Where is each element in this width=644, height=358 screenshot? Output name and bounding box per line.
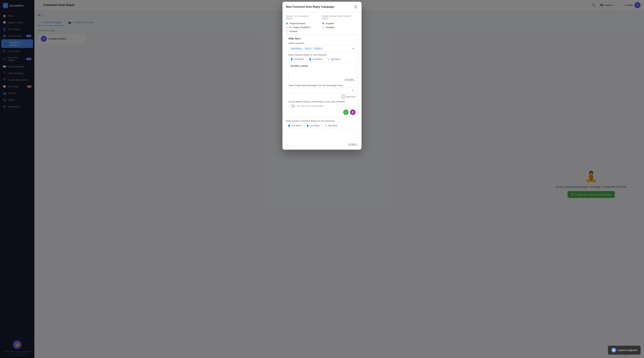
generic-first-name-icon: 👤 bbox=[288, 124, 290, 127]
toggle-knob bbox=[289, 105, 292, 107]
radio-ai-reply-label: A.I. Reply (ChatGPT) bbox=[290, 26, 311, 29]
tag-berminat-remove[interactable]: × bbox=[300, 47, 302, 50]
generic-last-name-btn[interactable]: 👤 Last Name bbox=[304, 124, 322, 128]
radio-generic[interactable]: Generic bbox=[286, 30, 315, 33]
modal-header: New Comment Auto Reply Campaign ✕ bbox=[282, 2, 362, 12]
first-name-btn[interactable]: 👤 First Name bbox=[288, 57, 306, 61]
tag-name-btn[interactable]: 🏷️ Tag Name bbox=[326, 57, 342, 61]
radio-disabled[interactable]: Disabled bbox=[322, 26, 358, 29]
generic-label: Enter Generic Comment Reply For All Comm… bbox=[286, 120, 358, 122]
modal-title: New Comment Auto Reply Campaign bbox=[286, 5, 334, 8]
generic-tag-name-btn[interactable]: 🏷️ Tag Name bbox=[323, 124, 339, 128]
generic-tag-name-icon: 🏷️ bbox=[325, 124, 327, 127]
tag-nak: Nak × bbox=[304, 47, 312, 50]
toast-notification: 📋 Copied to clipboard bbox=[608, 346, 640, 355]
add-flow-button[interactable]: ＋ Add Flow bbox=[288, 95, 356, 99]
tag-input-field[interactable] bbox=[324, 47, 352, 50]
generic-comment-section: Enter Generic Comment Reply For All Comm… bbox=[286, 120, 358, 147]
second-level-label: Enable Second Level Comment Reply? bbox=[322, 15, 358, 20]
radio-enabled[interactable]: Enabled bbox=[322, 22, 358, 25]
filter-set-1: Filter Set 1 Define Keywords: Berminat ×… bbox=[286, 35, 358, 118]
name-buttons: 👤 First Name 👤 Last Name 🏷️ Tag Name bbox=[288, 57, 356, 61]
radio-enabled-input[interactable] bbox=[322, 22, 324, 24]
second-level-col: Enable Second Level Comment Reply? Enabl… bbox=[322, 15, 358, 33]
modal-body: Generic, A.I. or Keyword Reply? Keyword-… bbox=[282, 12, 362, 150]
tag-harga-remove[interactable]: × bbox=[321, 47, 322, 50]
filter-set-actions: ＋ 🗑 bbox=[288, 110, 356, 115]
modal-overlay[interactable]: New Comment Auto Reply Campaign ✕ Generi… bbox=[0, 0, 644, 358]
tag-berminat: Berminat × bbox=[290, 47, 303, 50]
photo-video-toggle-container: No, Don't Use a Photo/Video bbox=[288, 104, 356, 108]
last-name-icon: 👤 bbox=[309, 58, 312, 60]
new-comment-auto-reply-modal: New Comment Auto Reply Campaign ✕ Generi… bbox=[282, 2, 362, 150]
radio-disabled-input[interactable] bbox=[322, 26, 324, 28]
toast-icon: 📋 bbox=[611, 348, 616, 353]
radio-keyword-based-input[interactable] bbox=[286, 22, 288, 24]
modal-close-button[interactable]: ✕ bbox=[353, 4, 358, 9]
radio-disabled-label: Disabled bbox=[326, 26, 334, 29]
keywords-label: Define Keywords: bbox=[288, 42, 356, 44]
photo-video-section: Do you want to include a Photo/Video on … bbox=[288, 101, 356, 108]
radio-ai-reply-input[interactable] bbox=[286, 26, 288, 28]
flow-select-label: Select Private Reply Message From Your M… bbox=[288, 84, 356, 87]
tag-nak-remove[interactable]: × bbox=[310, 47, 311, 50]
radio-ai-reply[interactable]: A.I. Reply (ChatGPT) bbox=[286, 26, 315, 29]
first-name-icon: 👤 bbox=[290, 58, 293, 60]
toast-message: Copied to clipboard bbox=[618, 349, 637, 352]
add-flow-label: Add Flow bbox=[346, 95, 356, 98]
tag-harga: Harga × bbox=[313, 47, 324, 50]
radio-keyword-based-label: Keyword-based bbox=[290, 22, 305, 25]
char-count: 18 / 2000 bbox=[344, 78, 354, 81]
generic-reply-textarea[interactable] bbox=[286, 129, 358, 146]
reply-type-label: Generic, A.I. or Keyword Reply? bbox=[286, 15, 315, 20]
radio-enabled-label: Enabled bbox=[326, 22, 334, 25]
generic-name-buttons: 👤 First Name 👤 Last Name 🏷️ Tag Name bbox=[286, 124, 358, 128]
radio-keyword-based[interactable]: Keyword-based bbox=[286, 22, 315, 25]
generic-textarea-wrapper: 0 / 2000 bbox=[286, 129, 358, 147]
keywords-input[interactable]: Berminat × Nak × Harga × ▾ bbox=[288, 45, 356, 52]
tag-name-icon: 🏷️ bbox=[327, 58, 330, 60]
photo-video-toggle-text: No, Don't Use a Photo/Video bbox=[297, 105, 323, 107]
radio-generic-label: Generic bbox=[290, 30, 298, 33]
photo-video-toggle[interactable] bbox=[288, 104, 295, 108]
reply-type-section: Generic, A.I. or Keyword Reply? Keyword-… bbox=[286, 15, 358, 33]
last-name-btn[interactable]: 👤 Last Name bbox=[307, 57, 324, 61]
add-flow-circle-icon: ＋ bbox=[342, 95, 345, 99]
add-filter-set-button[interactable]: ＋ bbox=[343, 110, 349, 115]
delete-filter-set-button[interactable]: 🗑 bbox=[350, 110, 356, 115]
photo-video-question: Do you want to include a Photo/Video on … bbox=[288, 101, 356, 103]
tag-dropdown-icon[interactable]: ▾ bbox=[352, 47, 354, 50]
filter-set-title: Filter Set 1 bbox=[288, 37, 356, 40]
comment-reply-label: Enter Comment Reply For Your Keywords bbox=[288, 54, 356, 56]
generic-last-name-icon: 👤 bbox=[306, 124, 309, 127]
generic-char-count: 0 / 2000 bbox=[348, 143, 357, 146]
radio-generic-input[interactable] bbox=[286, 30, 288, 32]
reply-textarea-wrapper: Hai {{first_name}} 18 / 2000 bbox=[288, 63, 356, 82]
flow-select[interactable] bbox=[288, 88, 356, 93]
reply-type-col: Generic, A.I. or Keyword Reply? Keyword-… bbox=[286, 15, 315, 33]
generic-first-name-btn[interactable]: 👤 First Name bbox=[286, 124, 303, 128]
